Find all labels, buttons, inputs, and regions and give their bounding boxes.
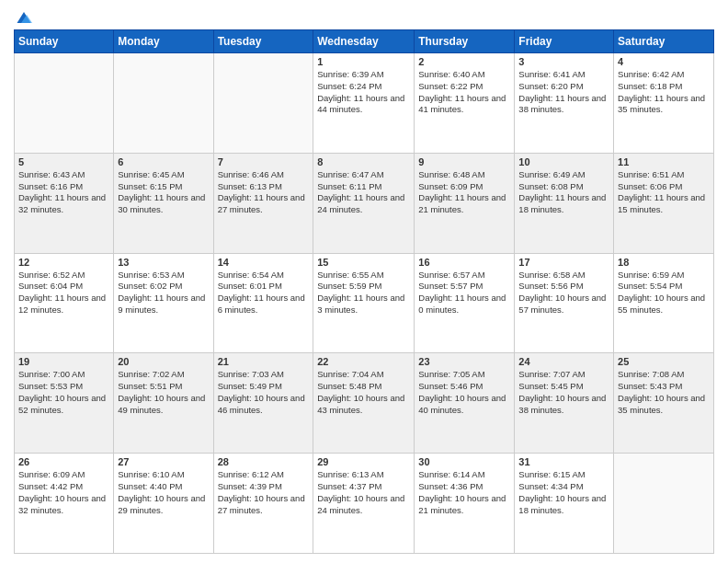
calendar-cell: 24Sunrise: 7:07 AM Sunset: 5:45 PM Dayli… <box>515 353 614 454</box>
calendar-cell: 9Sunrise: 6:48 AM Sunset: 6:09 PM Daylig… <box>415 153 515 253</box>
day-info: Sunrise: 6:40 AM Sunset: 6:22 PM Dayligh… <box>418 69 510 116</box>
calendar-header-friday: Friday <box>515 30 614 53</box>
calendar-cell: 10Sunrise: 6:49 AM Sunset: 6:08 PM Dayli… <box>515 153 614 253</box>
day-info: Sunrise: 6:59 AM Sunset: 5:54 PM Dayligh… <box>618 270 710 316</box>
calendar-header-saturday: Saturday <box>614 30 714 53</box>
day-info: Sunrise: 6:48 AM Sunset: 6:09 PM Dayligh… <box>418 169 510 216</box>
day-info: Sunrise: 6:55 AM Sunset: 5:59 PM Dayligh… <box>317 270 410 316</box>
day-number: 27 <box>118 456 209 467</box>
day-number: 3 <box>518 56 609 67</box>
day-info: Sunrise: 6:54 AM Sunset: 6:01 PM Dayligh… <box>218 270 310 316</box>
logo-icon <box>16 9 32 26</box>
day-number: 18 <box>618 257 710 268</box>
calendar-cell: 30Sunrise: 6:14 AM Sunset: 4:36 PM Dayli… <box>415 454 515 554</box>
day-info: Sunrise: 6:09 AM Sunset: 4:42 PM Dayligh… <box>18 469 109 516</box>
logo <box>14 9 32 22</box>
day-number: 30 <box>418 456 510 467</box>
calendar-week-row: 19Sunrise: 7:00 AM Sunset: 5:53 PM Dayli… <box>15 353 714 454</box>
calendar-cell: 28Sunrise: 6:12 AM Sunset: 4:39 PM Dayli… <box>213 454 313 554</box>
calendar-cell: 8Sunrise: 6:47 AM Sunset: 6:11 PM Daylig… <box>313 153 415 253</box>
day-number: 31 <box>518 456 609 467</box>
day-number: 7 <box>218 156 310 167</box>
calendar-cell: 1Sunrise: 6:39 AM Sunset: 6:24 PM Daylig… <box>313 53 415 154</box>
header <box>14 9 714 22</box>
calendar-header-row: SundayMondayTuesdayWednesdayThursdayFrid… <box>15 30 714 53</box>
day-number: 25 <box>618 356 710 367</box>
day-info: Sunrise: 6:53 AM Sunset: 6:02 PM Dayligh… <box>118 270 209 316</box>
calendar-cell <box>213 53 313 154</box>
day-info: Sunrise: 7:07 AM Sunset: 5:45 PM Dayligh… <box>518 369 609 416</box>
day-number: 1 <box>317 56 410 67</box>
day-info: Sunrise: 6:51 AM Sunset: 6:06 PM Dayligh… <box>618 169 710 216</box>
day-number: 8 <box>317 156 410 167</box>
calendar-week-row: 26Sunrise: 6:09 AM Sunset: 4:42 PM Dayli… <box>15 454 714 554</box>
day-number: 26 <box>18 456 109 467</box>
day-info: Sunrise: 7:03 AM Sunset: 5:49 PM Dayligh… <box>218 369 310 416</box>
calendar-week-row: 12Sunrise: 6:52 AM Sunset: 6:04 PM Dayli… <box>15 253 714 353</box>
day-info: Sunrise: 6:14 AM Sunset: 4:36 PM Dayligh… <box>418 469 510 516</box>
calendar-cell: 29Sunrise: 6:13 AM Sunset: 4:37 PM Dayli… <box>313 454 415 554</box>
day-info: Sunrise: 6:46 AM Sunset: 6:13 PM Dayligh… <box>218 169 310 216</box>
day-info: Sunrise: 6:12 AM Sunset: 4:39 PM Dayligh… <box>218 469 310 516</box>
day-number: 19 <box>18 356 109 367</box>
day-info: Sunrise: 6:58 AM Sunset: 5:56 PM Dayligh… <box>518 270 609 316</box>
day-number: 29 <box>317 456 410 467</box>
calendar-table: SundayMondayTuesdayWednesdayThursdayFrid… <box>14 29 714 554</box>
day-info: Sunrise: 6:13 AM Sunset: 4:37 PM Dayligh… <box>317 469 410 516</box>
day-number: 13 <box>118 257 209 268</box>
calendar-header-wednesday: Wednesday <box>313 30 415 53</box>
calendar-cell: 19Sunrise: 7:00 AM Sunset: 5:53 PM Dayli… <box>15 353 114 454</box>
calendar-cell: 25Sunrise: 7:08 AM Sunset: 5:43 PM Dayli… <box>614 353 714 454</box>
day-info: Sunrise: 6:45 AM Sunset: 6:15 PM Dayligh… <box>118 169 209 216</box>
calendar-header-tuesday: Tuesday <box>213 30 313 53</box>
day-info: Sunrise: 6:41 AM Sunset: 6:20 PM Dayligh… <box>518 69 609 116</box>
day-number: 6 <box>118 156 209 167</box>
calendar-cell: 14Sunrise: 6:54 AM Sunset: 6:01 PM Dayli… <box>213 253 313 353</box>
day-info: Sunrise: 6:49 AM Sunset: 6:08 PM Dayligh… <box>518 169 609 216</box>
day-number: 22 <box>317 356 410 367</box>
day-number: 5 <box>18 156 109 167</box>
calendar-cell: 15Sunrise: 6:55 AM Sunset: 5:59 PM Dayli… <box>313 253 415 353</box>
calendar-cell: 2Sunrise: 6:40 AM Sunset: 6:22 PM Daylig… <box>415 53 515 154</box>
calendar-cell <box>114 53 213 154</box>
calendar-cell: 31Sunrise: 6:15 AM Sunset: 4:34 PM Dayli… <box>515 454 614 554</box>
calendar-cell: 17Sunrise: 6:58 AM Sunset: 5:56 PM Dayli… <box>515 253 614 353</box>
day-number: 24 <box>518 356 609 367</box>
calendar-cell: 20Sunrise: 7:02 AM Sunset: 5:51 PM Dayli… <box>114 353 213 454</box>
calendar-cell <box>614 454 714 554</box>
day-number: 11 <box>618 156 710 167</box>
calendar-cell: 12Sunrise: 6:52 AM Sunset: 6:04 PM Dayli… <box>15 253 114 353</box>
day-number: 17 <box>518 257 609 268</box>
calendar-cell: 27Sunrise: 6:10 AM Sunset: 4:40 PM Dayli… <box>114 454 213 554</box>
day-info: Sunrise: 6:57 AM Sunset: 5:57 PM Dayligh… <box>418 270 510 316</box>
day-number: 14 <box>218 257 310 268</box>
calendar-header-sunday: Sunday <box>15 30 114 53</box>
calendar-cell: 16Sunrise: 6:57 AM Sunset: 5:57 PM Dayli… <box>415 253 515 353</box>
calendar-header-thursday: Thursday <box>415 30 515 53</box>
day-number: 12 <box>18 257 109 268</box>
day-number: 15 <box>317 257 410 268</box>
day-number: 21 <box>218 356 310 367</box>
calendar-cell: 5Sunrise: 6:43 AM Sunset: 6:16 PM Daylig… <box>15 153 114 253</box>
calendar-cell: 7Sunrise: 6:46 AM Sunset: 6:13 PM Daylig… <box>213 153 313 253</box>
day-info: Sunrise: 6:15 AM Sunset: 4:34 PM Dayligh… <box>518 469 609 516</box>
day-number: 9 <box>418 156 510 167</box>
calendar-cell: 13Sunrise: 6:53 AM Sunset: 6:02 PM Dayli… <box>114 253 213 353</box>
day-number: 16 <box>418 257 510 268</box>
calendar-cell: 22Sunrise: 7:04 AM Sunset: 5:48 PM Dayli… <box>313 353 415 454</box>
calendar-cell <box>15 53 114 154</box>
day-number: 2 <box>418 56 510 67</box>
day-number: 28 <box>218 456 310 467</box>
day-info: Sunrise: 7:00 AM Sunset: 5:53 PM Dayligh… <box>18 369 109 416</box>
day-info: Sunrise: 7:04 AM Sunset: 5:48 PM Dayligh… <box>317 369 410 416</box>
day-number: 4 <box>618 56 710 67</box>
day-number: 23 <box>418 356 510 367</box>
calendar-cell: 4Sunrise: 6:42 AM Sunset: 6:18 PM Daylig… <box>614 53 714 154</box>
calendar-cell: 11Sunrise: 6:51 AM Sunset: 6:06 PM Dayli… <box>614 153 714 253</box>
calendar-cell: 18Sunrise: 6:59 AM Sunset: 5:54 PM Dayli… <box>614 253 714 353</box>
calendar-cell: 26Sunrise: 6:09 AM Sunset: 4:42 PM Dayli… <box>15 454 114 554</box>
day-info: Sunrise: 6:47 AM Sunset: 6:11 PM Dayligh… <box>317 169 410 216</box>
day-info: Sunrise: 7:08 AM Sunset: 5:43 PM Dayligh… <box>618 369 710 416</box>
day-info: Sunrise: 6:39 AM Sunset: 6:24 PM Dayligh… <box>317 69 410 116</box>
calendar-week-row: 1Sunrise: 6:39 AM Sunset: 6:24 PM Daylig… <box>15 53 714 154</box>
